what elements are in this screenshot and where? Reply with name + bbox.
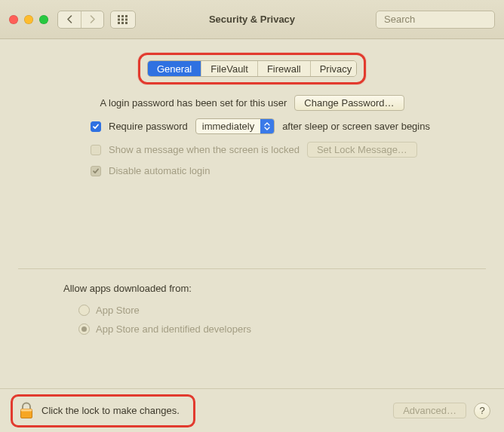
lock-icon[interactable]: [19, 402, 34, 420]
forward-button[interactable]: [81, 11, 103, 28]
close-window-button[interactable]: [9, 15, 18, 24]
require-password-checkbox[interactable]: [91, 121, 101, 132]
tab-general[interactable]: General: [148, 61, 201, 76]
tab-firewall[interactable]: Firewall: [257, 61, 310, 76]
disable-auto-login-label: Disable automatic login: [109, 165, 210, 176]
svg-rect-8: [125, 22, 128, 24]
tabs-highlight: General FileVault Firewall Privacy: [138, 53, 366, 84]
svg-rect-6: [118, 22, 120, 24]
svg-rect-2: [125, 15, 128, 17]
svg-rect-0: [118, 15, 120, 17]
window-controls: [9, 15, 48, 24]
allow-apps-identified-radio: [78, 323, 90, 335]
lock-text: Click the lock to make changes.: [41, 405, 180, 416]
tab-bar: General FileVault Firewall Privacy: [147, 60, 357, 77]
grid-icon: [118, 15, 128, 24]
stepper-icon: [260, 119, 274, 133]
login-password-section: A login password has been set for this u…: [18, 95, 486, 176]
change-password-button[interactable]: Change Password…: [294, 95, 404, 111]
search-input[interactable]: [384, 14, 504, 25]
footer-bar: Click the lock to make changes. Advanced…: [0, 388, 504, 432]
set-lock-message-button: Set Lock Message…: [307, 142, 417, 158]
tab-privacy[interactable]: Privacy: [310, 61, 357, 76]
svg-rect-7: [121, 22, 124, 24]
nav-back-forward: [57, 11, 104, 29]
require-password-label: Require password: [109, 121, 188, 132]
show-all-prefs-button[interactable]: [110, 11, 136, 29]
svg-rect-5: [125, 18, 128, 20]
login-password-text: A login password has been set for this u…: [100, 97, 287, 109]
section-divider: [18, 268, 486, 269]
minimize-window-button[interactable]: [24, 15, 33, 24]
search-field-wrap[interactable]: [376, 11, 495, 29]
lock-highlight: Click the lock to make changes.: [11, 394, 195, 427]
allow-apps-identified-label: App Store and identified developers: [96, 323, 251, 335]
disable-auto-login-checkbox: [91, 166, 101, 176]
allow-apps-appstore-label: App Store: [96, 305, 140, 316]
tab-filevault[interactable]: FileVault: [201, 61, 257, 76]
content-pane: General FileVault Firewall Privacy A log…: [0, 39, 504, 432]
allow-apps-header: Allow apps downloaded from:: [63, 283, 486, 294]
require-password-delay-select[interactable]: immediately: [195, 118, 275, 134]
require-password-delay-value: immediately: [196, 121, 260, 132]
maximize-window-button[interactable]: [39, 15, 48, 24]
svg-rect-3: [118, 18, 120, 20]
back-button[interactable]: [58, 11, 81, 28]
check-icon: [92, 123, 100, 130]
require-password-after-text: after sleep or screen saver begins: [282, 121, 430, 132]
svg-rect-12: [21, 409, 32, 411]
help-button[interactable]: ?: [474, 403, 490, 419]
svg-rect-4: [121, 18, 124, 20]
check-icon: [92, 167, 100, 175]
allow-apps-section: Allow apps downloaded from: App Store Ap…: [63, 283, 486, 335]
show-lock-message-checkbox: [91, 145, 101, 155]
advanced-button: Advanced…: [393, 403, 466, 418]
svg-rect-1: [121, 15, 124, 17]
window-titlebar: Security & Privacy: [0, 0, 504, 39]
show-lock-message-label: Show a message when the screen is locked: [109, 144, 300, 155]
allow-apps-appstore-radio: [78, 305, 90, 316]
